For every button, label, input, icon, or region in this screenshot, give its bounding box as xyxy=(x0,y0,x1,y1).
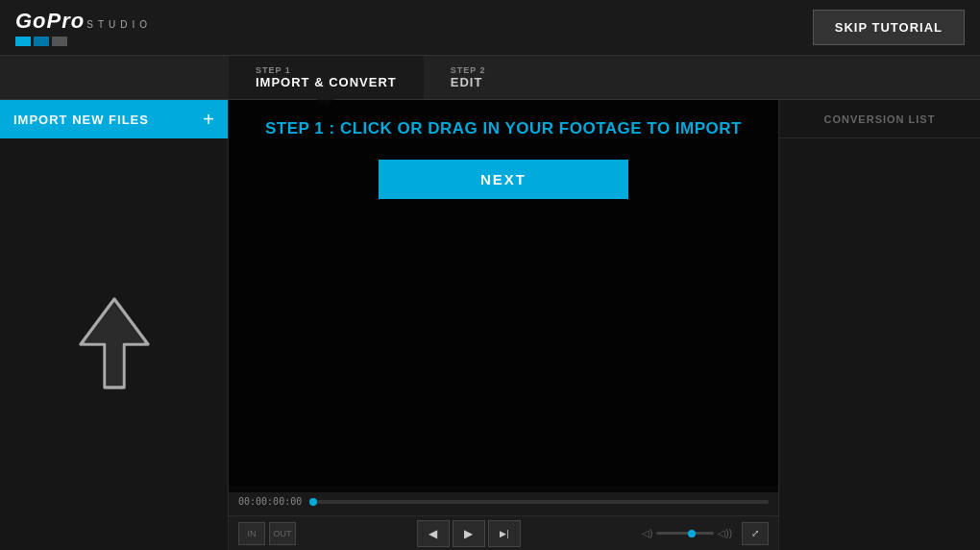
sidebar: IMPORT NEW FILES + xyxy=(0,100,229,550)
volume-thumb[interactable] xyxy=(688,530,696,538)
logo-squares xyxy=(15,37,152,46)
step1-name: IMPORT & CONVERT xyxy=(256,75,397,89)
volume-control: ◁) ◁)) xyxy=(642,528,732,538)
tutorial-overlay: STEP 1 : CLICK OR DRAG IN YOUR FOOTAGE T… xyxy=(229,100,778,492)
logo-sq-3 xyxy=(52,37,67,46)
plus-icon: + xyxy=(203,109,214,131)
time-display: 00:00:00:00 xyxy=(238,496,302,507)
sidebar-content xyxy=(0,138,228,550)
volume-label: ◁)) xyxy=(718,528,732,538)
volume-icon: ◁) xyxy=(642,528,652,538)
logo-sq-1 xyxy=(15,37,31,46)
out-point-button[interactable]: OUT xyxy=(269,522,296,545)
step1-num: STEP 1 xyxy=(256,65,397,75)
svg-marker-2 xyxy=(81,299,148,388)
conversion-list-label: CONVERSION LIST xyxy=(824,113,936,125)
step2-name: EDIT xyxy=(451,75,486,89)
logo: GoPro STUDIO xyxy=(15,9,152,46)
brand-name: GoPro xyxy=(15,9,85,34)
center-content: STEP 1 : CLICK OR DRAG IN YOUR FOOTAGE T… xyxy=(229,100,778,550)
next-button[interactable]: NEXT xyxy=(379,160,628,199)
play-button[interactable]: ▶ xyxy=(453,520,485,547)
logo-sq-2 xyxy=(34,37,49,46)
app-header: GoPro STUDIO SKIP TUTORIAL xyxy=(0,0,980,56)
import-label: IMPORT NEW FILES xyxy=(13,112,195,127)
right-panel: CONVERSION LIST xyxy=(778,100,980,550)
scrubber-thumb[interactable] xyxy=(309,498,317,506)
right-panel-content xyxy=(779,138,980,550)
main-area: IMPORT NEW FILES + STEP 1 : CL xyxy=(0,100,980,550)
product-name: STUDIO xyxy=(86,19,152,30)
import-new-files-button[interactable]: IMPORT NEW FILES + xyxy=(0,100,228,138)
tab-import-convert[interactable]: STEP 1 IMPORT & CONVERT xyxy=(229,56,424,99)
transport-controls: ◀ ▶ ▶| xyxy=(414,520,525,547)
rewind-button[interactable]: ◀ xyxy=(417,520,450,547)
step1-prefix: STEP 1 : xyxy=(265,119,340,138)
in-point-button[interactable]: IN xyxy=(238,522,265,545)
step1-text: CLICK OR DRAG IN YOUR FOOTAGE TO IMPORT xyxy=(340,119,742,138)
controls-bar: IN OUT ◀ ▶ ▶| ◁) ◁)) ⤢ xyxy=(229,515,778,550)
steps-bar: STEP 1 IMPORT & CONVERT STEP 2 EDIT xyxy=(0,56,980,100)
fullscreen-button[interactable]: ⤢ xyxy=(742,522,769,545)
upload-arrow-icon xyxy=(71,291,158,397)
volume-track[interactable] xyxy=(656,532,714,535)
step2-num: STEP 2 xyxy=(451,65,486,75)
tab-edit[interactable]: STEP 2 EDIT xyxy=(424,56,513,99)
skip-tutorial-button[interactable]: SKIP TUTORIAL xyxy=(813,10,965,45)
conversion-list-header: CONVERSION LIST xyxy=(779,100,980,138)
step1-instruction: STEP 1 : CLICK OR DRAG IN YOUR FOOTAGE T… xyxy=(265,119,742,138)
upload-arrow-area xyxy=(0,138,228,550)
fast-forward-button[interactable]: ▶| xyxy=(488,520,521,547)
scrubber-track[interactable] xyxy=(309,500,769,504)
